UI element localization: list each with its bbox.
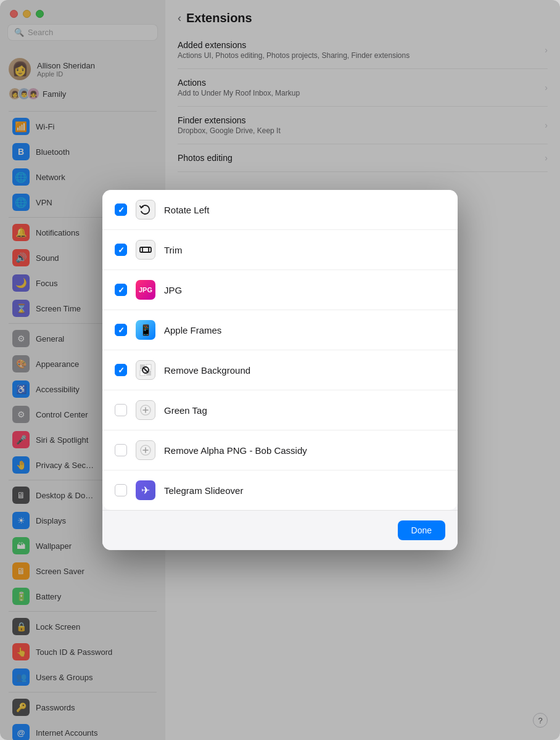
modal-item-trim: Trim	[102, 230, 458, 270]
remove-alpha-icon	[136, 440, 155, 460]
main-window: 🔍 Search 👩 Allison Sheridan Apple ID	[0, 0, 560, 740]
apple-frames-label: Apple Frames	[164, 325, 445, 335]
done-button[interactable]: Done	[398, 520, 445, 540]
checkbox-trim[interactable]	[115, 244, 127, 256]
svg-rect-0	[140, 247, 151, 252]
trim-icon	[136, 240, 155, 260]
modal-list: Rotate Left Trim	[102, 190, 458, 510]
rotate-left-icon	[136, 200, 155, 220]
checkbox-remove-alpha[interactable]	[115, 444, 127, 456]
jpg-label: JPG	[164, 285, 445, 295]
modal-overlay: Rotate Left Trim	[0, 0, 560, 740]
apple-frames-icon: 📱	[136, 320, 155, 340]
trim-label: Trim	[164, 245, 445, 255]
modal-item-rotate-left: Rotate Left	[102, 190, 458, 230]
green-tag-icon	[136, 400, 155, 420]
modal-item-remove-alpha: Remove Alpha PNG - Bob Cassidy	[102, 430, 458, 471]
checkbox-rotate-left[interactable]	[115, 204, 127, 216]
modal-item-green-tag: Green Tag	[102, 390, 458, 430]
remove-bg-label: Remove Background	[164, 365, 445, 376]
remove-bg-icon	[136, 360, 155, 380]
modal-item-remove-bg: Remove Background	[102, 350, 458, 390]
modal-item-jpg: JPG JPG	[102, 270, 458, 310]
checkbox-remove-bg[interactable]	[115, 364, 127, 376]
modal-dialog: Rotate Left Trim	[102, 190, 458, 550]
modal-item-apple-frames: 📱 Apple Frames	[102, 310, 458, 350]
green-tag-label: Green Tag	[164, 405, 445, 416]
remove-alpha-label: Remove Alpha PNG - Bob Cassidy	[164, 445, 445, 456]
checkbox-telegram[interactable]	[115, 484, 127, 496]
modal-footer: Done	[102, 510, 458, 550]
checkbox-apple-frames[interactable]	[115, 324, 127, 336]
modal-item-telegram: ✈ Telegram Slideover	[102, 471, 458, 510]
telegram-icon: ✈	[136, 480, 155, 500]
telegram-label: Telegram Slideover	[164, 485, 445, 496]
jpg-icon: JPG	[136, 280, 155, 300]
checkbox-green-tag[interactable]	[115, 404, 127, 416]
rotate-left-label: Rotate Left	[164, 205, 445, 215]
checkbox-jpg[interactable]	[115, 284, 127, 296]
